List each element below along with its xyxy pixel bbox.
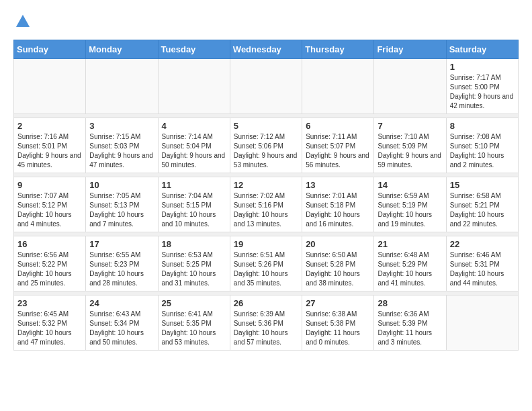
calendar-cell: 21Sunrise: 6:48 AM Sunset: 5:29 PM Dayli… — [374, 236, 446, 291]
logo-icon — [15, 13, 31, 30]
day-number: 5 — [234, 121, 298, 131]
calendar-cell: 18Sunrise: 6:53 AM Sunset: 5:25 PM Dayli… — [158, 236, 230, 291]
day-number: 26 — [234, 298, 298, 308]
day-info: Sunrise: 7:16 AM Sunset: 5:01 PM Dayligh… — [17, 132, 82, 170]
calendar-cell — [14, 59, 86, 114]
day-number: 22 — [450, 239, 515, 249]
day-info: Sunrise: 7:05 AM Sunset: 5:13 PM Dayligh… — [89, 191, 154, 229]
day-info: Sunrise: 7:11 AM Sunset: 5:07 PM Dayligh… — [306, 132, 370, 170]
calendar-cell — [158, 59, 230, 114]
calendar-cell: 2Sunrise: 7:16 AM Sunset: 5:01 PM Daylig… — [14, 118, 86, 173]
day-number: 3 — [89, 121, 154, 131]
day-number: 6 — [306, 121, 370, 131]
day-info: Sunrise: 7:14 AM Sunset: 5:04 PM Dayligh… — [162, 132, 226, 170]
day-info: Sunrise: 7:04 AM Sunset: 5:15 PM Dayligh… — [162, 191, 226, 229]
col-header-monday: Monday — [86, 40, 158, 59]
calendar-cell: 27Sunrise: 6:38 AM Sunset: 5:38 PM Dayli… — [302, 295, 374, 351]
day-info: Sunrise: 6:50 AM Sunset: 5:28 PM Dayligh… — [306, 250, 370, 288]
calendar-week-5: 23Sunrise: 6:45 AM Sunset: 5:32 PM Dayli… — [14, 295, 519, 351]
day-number: 23 — [17, 298, 82, 308]
day-info: Sunrise: 6:38 AM Sunset: 5:38 PM Dayligh… — [306, 310, 370, 347]
day-info: Sunrise: 6:51 AM Sunset: 5:26 PM Dayligh… — [234, 250, 298, 288]
svg-marker-0 — [16, 15, 30, 27]
logo — [13, 13, 31, 33]
day-number: 28 — [378, 298, 442, 308]
calendar-cell: 15Sunrise: 6:58 AM Sunset: 5:21 PM Dayli… — [446, 177, 518, 232]
page-header — [13, 13, 519, 33]
day-number: 9 — [17, 180, 82, 190]
calendar-cell: 11Sunrise: 7:04 AM Sunset: 5:15 PM Dayli… — [158, 177, 230, 232]
day-info: Sunrise: 7:01 AM Sunset: 5:18 PM Dayligh… — [306, 191, 370, 229]
day-number: 15 — [450, 180, 515, 190]
day-info: Sunrise: 6:39 AM Sunset: 5:36 PM Dayligh… — [234, 310, 298, 347]
logo-text — [13, 13, 31, 33]
day-number: 24 — [89, 298, 154, 308]
day-info: Sunrise: 6:58 AM Sunset: 5:21 PM Dayligh… — [450, 191, 515, 229]
calendar-cell: 7Sunrise: 7:10 AM Sunset: 5:09 PM Daylig… — [374, 118, 446, 173]
day-number: 2 — [17, 121, 82, 131]
calendar-cell: 28Sunrise: 6:36 AM Sunset: 5:39 PM Dayli… — [374, 295, 446, 351]
day-number: 17 — [89, 239, 154, 249]
calendar-cell — [374, 59, 446, 114]
calendar-week-4: 16Sunrise: 6:56 AM Sunset: 5:22 PM Dayli… — [14, 236, 519, 291]
calendar-cell: 19Sunrise: 6:51 AM Sunset: 5:26 PM Dayli… — [230, 236, 302, 291]
calendar-cell: 24Sunrise: 6:43 AM Sunset: 5:34 PM Dayli… — [86, 295, 158, 351]
calendar-header-row: SundayMondayTuesdayWednesdayThursdayFrid… — [14, 40, 519, 59]
day-number: 14 — [378, 180, 442, 190]
col-header-friday: Friday — [374, 40, 446, 59]
calendar-week-3: 9Sunrise: 7:07 AM Sunset: 5:12 PM Daylig… — [14, 177, 519, 232]
calendar-cell: 16Sunrise: 6:56 AM Sunset: 5:22 PM Dayli… — [14, 236, 86, 291]
day-info: Sunrise: 7:17 AM Sunset: 5:00 PM Dayligh… — [450, 73, 515, 111]
calendar-cell: 13Sunrise: 7:01 AM Sunset: 5:18 PM Dayli… — [302, 177, 374, 232]
day-number: 27 — [306, 298, 370, 308]
day-info: Sunrise: 6:55 AM Sunset: 5:23 PM Dayligh… — [89, 250, 154, 288]
day-number: 19 — [234, 239, 298, 249]
calendar-cell: 9Sunrise: 7:07 AM Sunset: 5:12 PM Daylig… — [14, 177, 86, 232]
calendar-week-1: 1Sunrise: 7:17 AM Sunset: 5:00 PM Daylig… — [14, 59, 519, 114]
calendar-week-2: 2Sunrise: 7:16 AM Sunset: 5:01 PM Daylig… — [14, 118, 519, 173]
day-info: Sunrise: 6:56 AM Sunset: 5:22 PM Dayligh… — [17, 250, 82, 288]
col-header-wednesday: Wednesday — [230, 40, 302, 59]
day-info: Sunrise: 6:59 AM Sunset: 5:19 PM Dayligh… — [378, 191, 442, 229]
day-info: Sunrise: 6:41 AM Sunset: 5:35 PM Dayligh… — [162, 310, 226, 347]
day-info: Sunrise: 7:07 AM Sunset: 5:12 PM Dayligh… — [17, 191, 82, 229]
col-header-thursday: Thursday — [302, 40, 374, 59]
calendar-cell: 26Sunrise: 6:39 AM Sunset: 5:36 PM Dayli… — [230, 295, 302, 351]
calendar-cell: 20Sunrise: 6:50 AM Sunset: 5:28 PM Dayli… — [302, 236, 374, 291]
day-info: Sunrise: 6:36 AM Sunset: 5:39 PM Dayligh… — [378, 310, 442, 347]
calendar-cell: 17Sunrise: 6:55 AM Sunset: 5:23 PM Dayli… — [86, 236, 158, 291]
calendar-table: SundayMondayTuesdayWednesdayThursdayFrid… — [13, 40, 519, 351]
calendar-cell: 10Sunrise: 7:05 AM Sunset: 5:13 PM Dayli… — [86, 177, 158, 232]
calendar-cell: 1Sunrise: 7:17 AM Sunset: 5:00 PM Daylig… — [446, 59, 518, 114]
calendar-cell: 22Sunrise: 6:46 AM Sunset: 5:31 PM Dayli… — [446, 236, 518, 291]
calendar-cell: 3Sunrise: 7:15 AM Sunset: 5:03 PM Daylig… — [86, 118, 158, 173]
day-info: Sunrise: 7:08 AM Sunset: 5:10 PM Dayligh… — [450, 132, 515, 170]
calendar-cell: 5Sunrise: 7:12 AM Sunset: 5:06 PM Daylig… — [230, 118, 302, 173]
day-number: 13 — [306, 180, 370, 190]
day-number: 20 — [306, 239, 370, 249]
day-info: Sunrise: 7:10 AM Sunset: 5:09 PM Dayligh… — [378, 132, 442, 170]
day-info: Sunrise: 6:43 AM Sunset: 5:34 PM Dayligh… — [89, 310, 154, 347]
col-header-tuesday: Tuesday — [158, 40, 230, 59]
day-info: Sunrise: 7:02 AM Sunset: 5:16 PM Dayligh… — [234, 191, 298, 229]
calendar-cell: 12Sunrise: 7:02 AM Sunset: 5:16 PM Dayli… — [230, 177, 302, 232]
day-info: Sunrise: 7:12 AM Sunset: 5:06 PM Dayligh… — [234, 132, 298, 170]
calendar-cell — [230, 59, 302, 114]
day-number: 8 — [450, 121, 515, 131]
col-header-sunday: Sunday — [14, 40, 86, 59]
day-number: 16 — [17, 239, 82, 249]
calendar-cell: 23Sunrise: 6:45 AM Sunset: 5:32 PM Dayli… — [14, 295, 86, 351]
day-number: 11 — [162, 180, 226, 190]
day-number: 25 — [162, 298, 226, 308]
calendar-cell: 8Sunrise: 7:08 AM Sunset: 5:10 PM Daylig… — [446, 118, 518, 173]
day-number: 10 — [89, 180, 154, 190]
day-info: Sunrise: 6:46 AM Sunset: 5:31 PM Dayligh… — [450, 250, 515, 288]
calendar-cell: 6Sunrise: 7:11 AM Sunset: 5:07 PM Daylig… — [302, 118, 374, 173]
calendar-cell: 14Sunrise: 6:59 AM Sunset: 5:19 PM Dayli… — [374, 177, 446, 232]
day-info: Sunrise: 6:48 AM Sunset: 5:29 PM Dayligh… — [378, 250, 442, 288]
col-header-saturday: Saturday — [446, 40, 518, 59]
day-info: Sunrise: 6:45 AM Sunset: 5:32 PM Dayligh… — [17, 310, 82, 347]
calendar-cell: 25Sunrise: 6:41 AM Sunset: 5:35 PM Dayli… — [158, 295, 230, 351]
day-info: Sunrise: 6:53 AM Sunset: 5:25 PM Dayligh… — [162, 250, 226, 288]
calendar-cell — [302, 59, 374, 114]
